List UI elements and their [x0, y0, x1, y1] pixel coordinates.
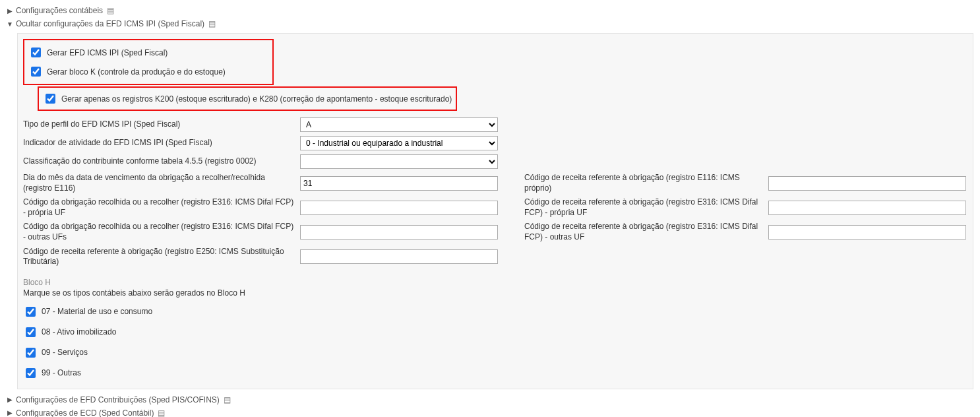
- checkbox-gerar-efd[interactable]: [31, 48, 41, 57]
- label-cod-receita-e250: Código de receita referente à obrigação …: [23, 247, 300, 267]
- section-label: Ocultar configurações da EFD ICMS IPI (S…: [16, 19, 204, 28]
- checkbox-gerar-k200-k280[interactable]: [46, 94, 55, 104]
- label-indicador-atividade: Indicador de atividade do EFD ICMS IPI (…: [23, 138, 300, 148]
- doc-icon: ▤: [224, 395, 231, 404]
- section-label: Configurações de ECD (Sped Contábil): [16, 408, 154, 417]
- select-indicador-atividade[interactable]: 0 - Industrial ou equiparado a industria…: [300, 136, 498, 150]
- chevron-right-icon: ▶: [7, 396, 13, 403]
- checkbox-bh-09[interactable]: [26, 348, 36, 358]
- doc-icon: ▤: [208, 19, 216, 28]
- highlight-box-1: Gerar EFD ICMS IPI (Sped Fiscal) Gerar b…: [23, 39, 274, 85]
- bloco-h-note: Marque se os tipos contábeis abaixo serã…: [23, 288, 967, 298]
- efd-icms-ipi-panel: Gerar EFD ICMS IPI (Sped Fiscal) Gerar b…: [17, 33, 973, 389]
- section-label: Configurações de EFD Contribuições (Sped…: [16, 395, 220, 404]
- checkbox-label: Gerar apenas os registros K200 (estoque …: [61, 94, 452, 104]
- input-dia-vencimento[interactable]: [300, 176, 498, 191]
- input-cod-obrig-e316-outras[interactable]: [300, 225, 498, 240]
- doc-icon: ▤: [107, 6, 114, 15]
- checkbox-label: Gerar EFD ICMS IPI (Sped Fiscal): [47, 48, 168, 57]
- input-cod-receita-e316-propria[interactable]: [768, 201, 966, 215]
- input-cod-receita-e250[interactable]: [300, 249, 498, 264]
- bloco-h-title: Bloco H: [23, 278, 967, 287]
- section-config-contabeis[interactable]: ▶ Configurações contábeis ▤: [7, 4, 973, 17]
- section-label: Configurações contábeis: [16, 6, 103, 15]
- input-cod-receita-e316-outras[interactable]: [768, 225, 966, 240]
- label-cod-receita-e316-propria: Código de receita referente à obrigação …: [524, 197, 768, 218]
- section-efd-contrib[interactable]: ▶ Configurações de EFD Contribuições (Sp…: [7, 393, 973, 406]
- checkbox-bh-08[interactable]: [26, 327, 36, 337]
- checkbox-label: 99 - Outras: [42, 368, 81, 377]
- label-cod-receita-e116: Código de receita referente à obrigação …: [524, 173, 768, 193]
- input-cod-obrig-e316-propria[interactable]: [300, 201, 498, 215]
- checkbox-gerar-bloco-k[interactable]: [31, 67, 41, 77]
- checkbox-label: 08 - Ativo imobilizado: [42, 327, 116, 337]
- label-cod-receita-e316-outras: Código de receita referente à obrigação …: [524, 222, 768, 242]
- chevron-down-icon: ▼: [7, 20, 13, 28]
- checkbox-label: Gerar bloco K (controle da produção e do…: [47, 67, 226, 77]
- label-dia-vencimento: Dia do mês da data de vencimento da obri…: [23, 173, 300, 193]
- select-classif-contribuinte[interactable]: [300, 154, 498, 169]
- checkbox-label: 07 - Material de uso e consumo: [42, 307, 152, 316]
- checkbox-bh-99[interactable]: [26, 368, 36, 378]
- label-classif-contribuinte: Classificação do contribuinte conforme t…: [23, 156, 300, 167]
- select-tipo-perfil[interactable]: A: [300, 117, 498, 132]
- chevron-right-icon: ▶: [7, 7, 13, 15]
- doc-icon: ▤: [158, 408, 165, 417]
- chevron-right-icon: ▶: [7, 409, 13, 416]
- form-grid: Tipo de perfil do EFD ICMS IPI (Sped Fis…: [23, 117, 967, 267]
- section-ecd[interactable]: ▶ Configurações de ECD (Sped Contábil) ▤: [7, 406, 973, 417]
- label-tipo-perfil: Tipo de perfil do EFD ICMS IPI (Sped Fis…: [23, 119, 300, 130]
- checkbox-label: 09 - Serviços: [42, 348, 88, 357]
- input-cod-receita-e116[interactable]: [768, 176, 966, 191]
- bloco-h-list: 07 - Material de uso e consumo 08 - Ativ…: [23, 302, 967, 383]
- highlight-box-2: Gerar apenas os registros K200 (estoque …: [38, 86, 457, 111]
- checkbox-bh-07[interactable]: [26, 307, 36, 317]
- section-efd-icms-ipi[interactable]: ▼ Ocultar configurações da EFD ICMS IPI …: [7, 17, 973, 30]
- label-cod-obrig-e316-propria: Código da obrigação recolhida ou a recol…: [23, 197, 300, 218]
- label-cod-obrig-e316-outras: Código da obrigação recolhida ou a recol…: [23, 222, 300, 242]
